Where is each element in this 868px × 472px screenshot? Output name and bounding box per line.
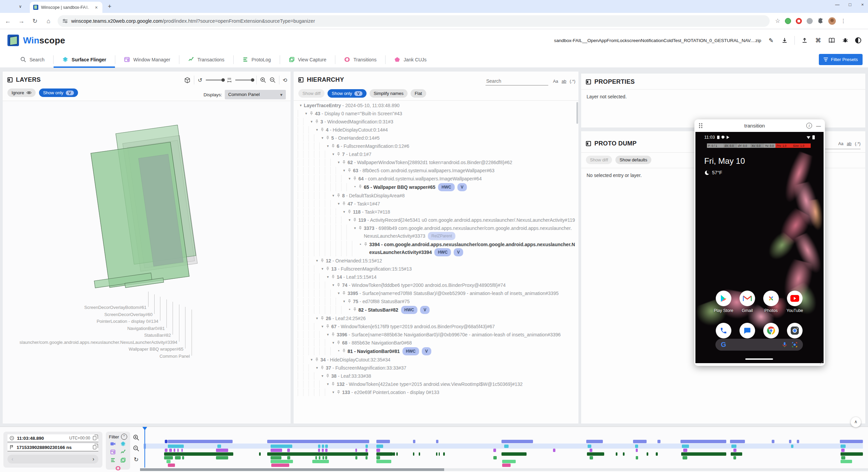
trace-segment[interactable] bbox=[840, 440, 863, 443]
tune-icon[interactable] bbox=[62, 18, 68, 24]
reset-zoom-icon[interactable]: ↻ bbox=[134, 456, 138, 463]
trace-segment[interactable] bbox=[590, 456, 593, 459]
trace-segment[interactable] bbox=[443, 452, 445, 456]
pin-icon[interactable] bbox=[326, 372, 331, 378]
pin-icon[interactable] bbox=[326, 134, 331, 140]
forward-icon[interactable]: → bbox=[16, 15, 27, 27]
trace-segment[interactable] bbox=[271, 449, 282, 452]
rotation-icon[interactable]: ↺ bbox=[198, 77, 202, 83]
trace-segment[interactable] bbox=[841, 456, 845, 459]
expand-arrow-icon[interactable]: ▼ bbox=[330, 281, 336, 289]
tree-node[interactable]: •3394 - com.google.android.apps.nexuslau… bbox=[298, 240, 577, 257]
layer-label[interactable]: NavigationBar0#81 bbox=[127, 326, 165, 331]
scrollbar-thumb[interactable] bbox=[140, 468, 444, 471]
trace-segment[interactable] bbox=[325, 456, 327, 459]
filter-trace-tr-icon[interactable] bbox=[115, 466, 121, 471]
filter-presets-button[interactable]: Filter Presets bbox=[819, 54, 863, 65]
pin-icon[interactable] bbox=[336, 389, 342, 394]
layer-label[interactable]: StatusBar#82 bbox=[144, 333, 171, 338]
contrast-icon[interactable] bbox=[855, 37, 861, 43]
trace-segment[interactable] bbox=[789, 440, 791, 443]
trace-segment[interactable] bbox=[166, 460, 171, 463]
expand-arrow-icon[interactable]: ▼ bbox=[341, 167, 347, 174]
pin-icon[interactable] bbox=[320, 364, 326, 370]
trace-segment[interactable] bbox=[217, 445, 221, 448]
expand-arrow-icon[interactable]: ▼ bbox=[341, 208, 347, 216]
trace-segment[interactable] bbox=[436, 440, 438, 443]
trace-segment[interactable] bbox=[355, 449, 357, 452]
tree-node[interactable]: ▼3395 - Surface(name=ed70f88 StatusBar)/… bbox=[298, 289, 577, 297]
expand-arrow-icon[interactable]: ▼ bbox=[336, 200, 342, 208]
edit-icon[interactable]: ✎ bbox=[767, 37, 775, 44]
trace-segment[interactable] bbox=[165, 440, 167, 443]
trace-segment[interactable] bbox=[791, 445, 793, 448]
pin-icon[interactable] bbox=[315, 118, 320, 124]
match-word-icon[interactable]: ab bbox=[561, 79, 566, 84]
trace-segment[interactable] bbox=[681, 452, 727, 456]
trace-segment[interactable] bbox=[168, 445, 184, 448]
lens-icon[interactable] bbox=[792, 342, 797, 348]
trace-segment[interactable] bbox=[731, 452, 742, 456]
pin-icon[interactable] bbox=[336, 339, 342, 345]
expand-arrow-icon[interactable]: ▼ bbox=[352, 224, 358, 232]
expand-arrow-icon[interactable]: ▼ bbox=[347, 175, 353, 182]
match-case-icon[interactable]: Aa bbox=[553, 79, 558, 84]
show-defaults-button[interactable]: Show defaults bbox=[615, 156, 651, 164]
trace-segment[interactable] bbox=[730, 440, 745, 443]
expand-arrow-icon[interactable]: ▼ bbox=[319, 134, 326, 142]
expand-arrow-icon[interactable]: ▼ bbox=[336, 159, 342, 166]
pin-icon[interactable] bbox=[358, 224, 364, 230]
expand-arrow-icon[interactable]: ▼ bbox=[319, 323, 326, 330]
panel-dock-icon[interactable] bbox=[586, 141, 591, 146]
google-search-bar[interactable]: G bbox=[715, 339, 803, 351]
trace-segment[interactable] bbox=[366, 449, 368, 452]
pin-icon[interactable] bbox=[315, 356, 320, 362]
timeline-scrollbar[interactable] bbox=[140, 468, 868, 471]
shortcuts-icon[interactable]: ⌘ bbox=[814, 37, 822, 44]
pin-icon[interactable] bbox=[320, 257, 326, 263]
app-icon-play-store[interactable] bbox=[716, 291, 731, 306]
tree-node[interactable]: ▼132 - WindowToken{422a1ee type=2015 and… bbox=[298, 380, 577, 388]
flat-button[interactable]: Flat bbox=[411, 89, 426, 98]
trace-segment[interactable] bbox=[376, 449, 380, 452]
trace-segment[interactable] bbox=[633, 440, 647, 443]
trace-segment[interactable] bbox=[322, 449, 324, 452]
tree-node[interactable]: ▼26 - Leaf:24:25#26 bbox=[298, 314, 577, 322]
trace-segment[interactable] bbox=[504, 445, 509, 448]
resize-handle[interactable] bbox=[820, 361, 823, 365]
home-icon[interactable]: ⌂ bbox=[43, 15, 54, 27]
tree-node[interactable]: ▼3396 - Surface(name=885b63e NavigationB… bbox=[298, 331, 577, 339]
displays-select[interactable]: Common Panel▾ bbox=[225, 90, 286, 99]
messages-icon[interactable] bbox=[739, 323, 755, 338]
trace-segment[interactable] bbox=[267, 452, 369, 456]
trace-segment[interactable] bbox=[325, 449, 327, 452]
next-entry-icon[interactable]: › bbox=[93, 456, 94, 462]
tree-node[interactable]: ▼7 - Leaf:0:1#7 bbox=[298, 150, 577, 158]
download-icon[interactable] bbox=[781, 37, 788, 43]
trace-segment[interactable] bbox=[376, 460, 392, 463]
trace-segment[interactable] bbox=[590, 449, 592, 452]
trace-segment[interactable] bbox=[312, 460, 329, 463]
trace-segment[interactable] bbox=[165, 449, 167, 452]
trace-segment[interactable] bbox=[413, 452, 414, 456]
trace-segment[interactable] bbox=[271, 456, 281, 459]
new-tab-button[interactable]: + bbox=[108, 3, 112, 10]
expand-arrow-icon[interactable]: ▼ bbox=[347, 216, 353, 224]
expand-arrow-icon[interactable]: ▼ bbox=[330, 151, 336, 158]
tree-node[interactable]: ▼64 - com.android.systemui.wallpapers.Im… bbox=[298, 175, 577, 183]
trace-segment[interactable] bbox=[841, 445, 846, 448]
reset-view-icon[interactable]: ⟲ bbox=[283, 77, 287, 83]
regex-icon[interactable]: (.*) bbox=[570, 79, 575, 84]
trace-segment[interactable] bbox=[322, 445, 324, 448]
tab-transactions[interactable]: Transactions bbox=[179, 52, 233, 68]
info-icon[interactable]: i bbox=[806, 123, 812, 129]
trace-segment[interactable] bbox=[376, 440, 390, 443]
cast-extension-icon[interactable] bbox=[807, 18, 813, 24]
trace-segment[interactable] bbox=[502, 464, 511, 467]
expand-arrow-icon[interactable]: ▼ bbox=[325, 142, 331, 150]
pin-icon[interactable] bbox=[331, 331, 337, 337]
trace-segment[interactable] bbox=[325, 445, 328, 448]
filter-trace-cam-icon[interactable] bbox=[110, 441, 116, 447]
tree-node[interactable]: ▼12 - OneHanded:15:15#12 bbox=[298, 257, 577, 265]
pin-icon[interactable] bbox=[326, 265, 331, 271]
